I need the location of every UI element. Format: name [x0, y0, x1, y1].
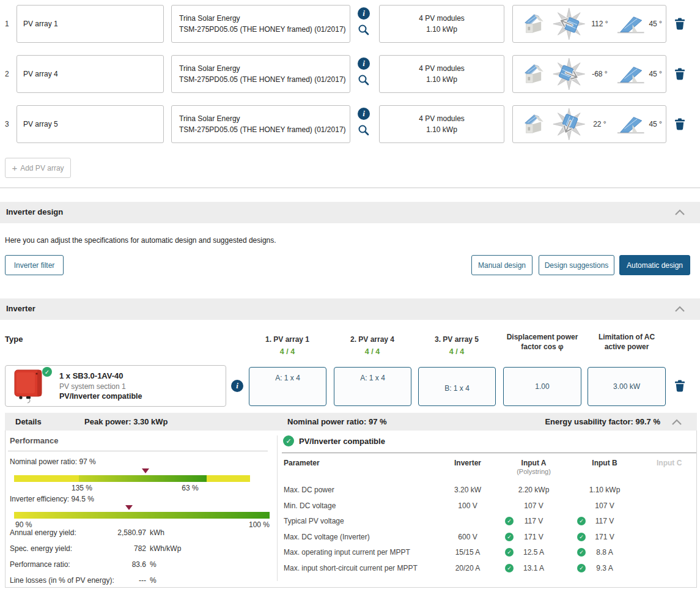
collapse-chevron-icon[interactable]	[674, 305, 685, 313]
inverter-filter-button[interactable]: Inverter filter	[5, 255, 64, 275]
col-inverter: Inverter	[437, 459, 498, 467]
orientation-box[interactable]: -68 ° 45 °	[512, 55, 666, 93]
module-search-icon[interactable]	[358, 24, 370, 36]
row-number: 3	[5, 105, 9, 143]
module-info-icon[interactable]: i	[358, 57, 370, 70]
tilt-icon	[616, 63, 646, 85]
add-pv-array-button[interactable]: + Add PV array	[5, 158, 71, 178]
pv-design-page: 1 PV array 1 Trina Solar Energy TSM-275P…	[0, 0, 700, 592]
pv-array-name-input[interactable]: PV array 4	[17, 55, 164, 93]
module-search-icon[interactable]	[358, 74, 370, 86]
azimuth-compass-icon	[552, 57, 586, 91]
column-header-array2: 2. PV array 4	[330, 335, 415, 344]
pv-array-row: 1 PV array 1 Trina Solar Energy TSM-275P…	[0, 5, 700, 43]
compat-row: Typical PV voltage ✓ 117 V ✓ 117 V	[6, 517, 697, 529]
module-count-box[interactable]: 4 PV modules 1.10 kWp	[379, 55, 504, 93]
details-label: Details	[15, 417, 42, 426]
inverter-image	[12, 368, 47, 404]
module-select[interactable]: Trina Solar Energy TSM-275PD05.05 (THE H…	[171, 55, 350, 93]
pv-array-row: 2 PV array 4 Trina Solar Energy TSM-275P…	[0, 55, 700, 93]
module-select[interactable]: Trina Solar Energy TSM-275PD05.05 (THE H…	[171, 5, 350, 43]
pv-array-name: PV array 4	[23, 70, 58, 78]
pv-array-name-input[interactable]: PV array 5	[17, 105, 164, 143]
house-icon	[521, 12, 547, 35]
module-manufacturer: Trina Solar Energy	[179, 113, 350, 124]
compatible-check-icon: ✓	[283, 435, 294, 446]
inverter-status: PV/Inverter compatible	[59, 392, 142, 401]
azimuth-value: 22 °	[586, 120, 614, 128]
peak-power: Peak power: 3.30 kWp	[84, 417, 168, 426]
module-count-box[interactable]: 4 PV modules 1.10 kWp	[379, 105, 504, 143]
stat-row: Line losses (in % of PV energy):---%	[6, 576, 274, 588]
type-column-header: Type	[5, 335, 23, 344]
azimuth-value: -68 °	[586, 70, 614, 78]
house-icon	[521, 62, 547, 86]
module-manufacturer: Trina Solar Energy	[179, 63, 350, 74]
section-divider	[0, 187, 700, 188]
inverter-info-icon[interactable]: i	[231, 380, 243, 392]
tilt-value: 45 °	[645, 120, 666, 128]
collapse-chevron-icon[interactable]	[674, 209, 685, 216]
col-input-a: Input A	[504, 459, 563, 467]
cos-phi-input[interactable]: 1.00	[503, 367, 581, 406]
config-array2-box[interactable]: A: 1 x 4	[334, 367, 411, 406]
compat-row: Max. operating input current per MPPT 15…	[6, 548, 697, 560]
col-input-c: Input C	[657, 459, 682, 467]
inverter-header: Inverter	[0, 298, 700, 320]
config-array3-box[interactable]: B: 1 x 4	[418, 367, 496, 406]
pv-array-name: PV array 5	[23, 120, 58, 128]
row-number: 1	[5, 5, 9, 43]
module-count: 4 PV modules	[419, 113, 465, 124]
pv-array-name-input[interactable]: PV array 1	[17, 5, 164, 43]
delete-array-icon[interactable]	[674, 118, 687, 131]
performance-title: Performance	[10, 436, 58, 445]
tilt-value: 45 °	[645, 70, 666, 78]
energy-usability-factor: Energy usability factor: 99.7 %	[545, 417, 660, 426]
delete-inverter-icon[interactable]	[674, 380, 687, 393]
ac-limit-input[interactable]: 3.00 kW	[588, 367, 666, 406]
column-ok-count: 4 / 4	[330, 347, 415, 356]
compat-title: PV/Inverter compatible	[299, 437, 385, 446]
orientation-box[interactable]: 22 ° 45 °	[512, 105, 666, 143]
design-suggestions-button[interactable]: Design suggestions	[539, 255, 614, 275]
module-manufacturer: Trina Solar Energy	[179, 13, 350, 24]
column-header-array3: 3. PV array 5	[414, 335, 499, 344]
column-header-cosphi: Displacement powerfactor cos φ	[499, 332, 585, 352]
azimuth-value: 112 °	[586, 20, 614, 28]
inverter-type-box[interactable]: ✓ 1 x SB3.0-1AV-40 PV system section 1 P…	[5, 365, 226, 407]
module-select[interactable]: Trina Solar Energy TSM-275PD05.05 (THE H…	[171, 105, 350, 143]
compat-row: Max. input short-circuit current per MPP…	[6, 564, 697, 576]
tilt-icon	[616, 113, 646, 135]
col-parameter: Parameter	[284, 459, 320, 467]
array-power: 1.10 kWp	[426, 24, 457, 35]
delete-array-icon[interactable]	[674, 68, 687, 81]
design-description: Here you can adjust the specifications f…	[5, 236, 276, 245]
collapse-chevron-icon[interactable]	[671, 418, 682, 426]
module-search-icon[interactable]	[358, 124, 370, 136]
module-info-icon[interactable]: i	[358, 108, 370, 120]
column-ok-count: 4 / 4	[245, 347, 330, 356]
module-info-icon[interactable]: i	[358, 7, 370, 20]
col-input-a-sub: (Polystring)	[504, 468, 563, 475]
section-title: Inverter design	[6, 207, 63, 216]
delete-array-icon[interactable]	[674, 18, 687, 31]
manual-design-button[interactable]: Manual design	[471, 255, 532, 275]
nominal-power-ratio: Nominal power ratio: 97 %	[287, 417, 387, 426]
module-count: 4 PV modules	[419, 63, 465, 74]
house-icon	[521, 113, 547, 136]
pv-array-row: 3 PV array 5 Trina Solar Energy TSM-275P…	[0, 105, 700, 143]
tilt-value: 45 °	[645, 20, 666, 28]
automatic-design-button[interactable]: Automatic design	[619, 255, 690, 275]
gauge1-label: Nominal power ratio: 97 %	[10, 457, 96, 466]
column-ok-count: 4 / 4	[414, 347, 499, 356]
orientation-box[interactable]: 112 ° 45 °	[512, 5, 666, 43]
config-array1-box[interactable]: A: 1 x 4	[249, 367, 326, 406]
module-model: TSM-275PD05.05 (THE HONEY framed) (01/20…	[179, 74, 350, 85]
module-count-box[interactable]: 4 PV modules 1.10 kWp	[379, 5, 504, 43]
details-bar: Details Peak power: 3.30 kWp Nominal pow…	[5, 413, 697, 431]
plus-icon: +	[12, 163, 17, 172]
module-model: TSM-275PD05.05 (THE HONEY framed) (01/20…	[179, 124, 350, 135]
nominal-power-ratio-gauge	[14, 475, 250, 482]
compat-row: Max. DC power 3.20 kW 2.20 kWp 1.10 kWp	[6, 486, 697, 498]
module-count: 4 PV modules	[419, 13, 465, 24]
